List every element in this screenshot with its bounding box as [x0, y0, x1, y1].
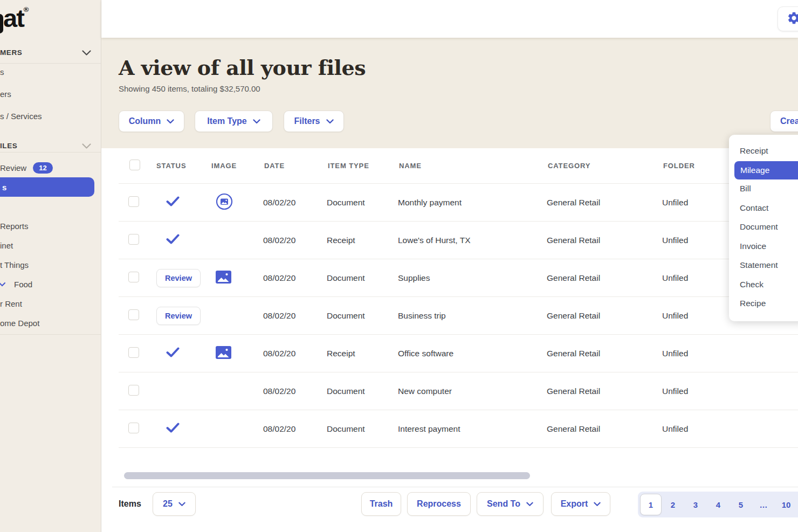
files-table: STATUS IMAGE DATE ITEM TYPE NAME CATEGOR… — [119, 148, 798, 448]
image-preview-circle-icon[interactable] — [216, 193, 233, 210]
sidebar-item[interactable]: Review12 — [0, 158, 101, 177]
sidebar-item[interactable]: t Things — [0, 255, 101, 274]
pagination-page[interactable]: 4 — [707, 500, 730, 509]
pagination-page[interactable]: 5 — [730, 500, 752, 509]
check-icon — [166, 423, 180, 433]
pagination-page[interactable]: 3 — [684, 500, 707, 509]
row-checkbox[interactable] — [128, 309, 139, 320]
dropdown-item[interactable]: Invoice — [729, 237, 798, 256]
check-icon — [166, 234, 180, 244]
sidebar-section-customers[interactable]: MERS — [0, 46, 101, 58]
page-subtitle: Showing 450 items, totaling $32,570.00 — [119, 84, 260, 93]
button-label: Column — [129, 116, 161, 126]
page-title: A view of all your files — [119, 56, 366, 80]
sidebar-item[interactable]: ers — [0, 83, 101, 105]
table-row[interactable]: Review 08/02/20 Receipt Office software … — [119, 335, 798, 372]
sidebar-item-selected[interactable]: s — [0, 177, 94, 197]
pagination-page[interactable]: 10 — [775, 500, 797, 509]
export-dropdown-button[interactable]: Export — [551, 492, 610, 516]
trash-button[interactable]: Trash — [361, 492, 401, 516]
sidebar-item[interactable]: Food — [0, 274, 101, 294]
per-page-value: 25 — [163, 499, 173, 509]
sidebar-section-files[interactable]: ILES — [0, 140, 101, 151]
sidebar-item[interactable]: ome Depot — [0, 313, 101, 333]
sidebar-item[interactable]: r Rent — [0, 294, 101, 313]
row-checkbox[interactable] — [128, 423, 139, 433]
column-header-item-type[interactable]: ITEM TYPE — [327, 162, 398, 170]
row-checkbox[interactable] — [128, 347, 139, 358]
review-button[interactable]: Review — [156, 269, 201, 287]
button-label: Filters — [294, 116, 320, 126]
topbar — [101, 0, 798, 38]
pagination-page[interactable]: 1 — [640, 494, 662, 515]
dropdown-item[interactable]: Recipe — [729, 294, 798, 314]
horizontal-scrollbar[interactable] — [124, 472, 530, 479]
sidebar-item-label: r Rent — [0, 299, 22, 308]
section-header-label: MERS — [0, 49, 22, 57]
row-name: Monthly payment — [398, 198, 547, 208]
row-checkbox[interactable] — [128, 196, 139, 207]
per-page-dropdown[interactable]: 25 — [153, 492, 196, 516]
chevron-down-icon — [594, 499, 601, 509]
dropdown-item[interactable]: Mileage — [734, 161, 798, 179]
sidebar-item[interactable]: s — [0, 61, 101, 83]
sidebar-item-label: s — [2, 183, 6, 192]
chevron-down-icon — [167, 116, 174, 126]
dropdown-item[interactable]: Bill — [729, 179, 798, 199]
table-header-row: STATUS IMAGE DATE ITEM TYPE NAME CATEGOR… — [119, 148, 798, 184]
column-dropdown-button[interactable]: Column — [119, 110, 184, 132]
column-header-name[interactable]: NAME — [398, 162, 547, 170]
image-preview-icon[interactable] — [216, 346, 231, 359]
column-header-category[interactable]: CATEGORY — [547, 162, 662, 170]
dropdown-item[interactable]: Statement — [729, 256, 798, 275]
table-row[interactable]: Review 08/02/20 Document Monthly payment… — [119, 184, 798, 222]
sidebar-item-label: inet — [0, 241, 13, 250]
sidebar-item[interactable]: inet — [0, 236, 101, 255]
column-header-status[interactable]: STATUS — [155, 162, 209, 170]
sidebar-item[interactable]: s / Services — [0, 105, 101, 127]
table-row[interactable]: Review 08/02/20 Document Interest paymen… — [119, 410, 798, 448]
row-category: General Retail — [547, 273, 662, 283]
row-item-type: Document — [327, 424, 398, 434]
select-all-checkbox[interactable] — [129, 160, 140, 170]
check-icon — [166, 196, 180, 206]
table-body: Review 08/02/20 Document Monthly payment… — [119, 184, 798, 448]
column-header-date[interactable]: DATE — [263, 162, 327, 170]
main-content: A view of all your files Showing 450 ite… — [101, 38, 798, 532]
item-type-dropdown-button[interactable]: Item Type — [195, 110, 273, 132]
create-button[interactable]: Create — [770, 110, 798, 132]
row-date: 08/02/20 — [263, 349, 327, 358]
pagination-page[interactable]: 2 — [662, 500, 684, 509]
row-folder: Unfiled — [662, 349, 798, 358]
table-row[interactable]: Review 08/02/20 Document Supplies Genera… — [119, 259, 798, 297]
filters-dropdown-button[interactable]: Filters — [284, 110, 344, 132]
sidebar-item-label: ome Depot — [0, 319, 39, 328]
dropdown-item[interactable]: Receipt — [729, 141, 798, 161]
row-item-type: Receipt — [327, 236, 398, 245]
send-to-dropdown-button[interactable]: Send To — [477, 492, 544, 516]
row-checkbox[interactable] — [128, 272, 139, 282]
row-date: 08/02/20 — [263, 236, 327, 245]
row-name: Business trip — [398, 311, 547, 321]
dropdown-item[interactable]: Contact — [729, 198, 798, 218]
review-button[interactable]: Review — [156, 307, 201, 325]
dropdown-item[interactable]: Document — [729, 218, 798, 237]
reprocess-button[interactable]: Reprocess — [407, 492, 471, 516]
table-row[interactable]: Review 08/02/20 Receipt Lowe's of Hurst,… — [119, 222, 798, 259]
row-date: 08/02/20 — [263, 386, 327, 396]
settings-button[interactable] — [778, 6, 798, 31]
image-preview-icon[interactable] — [216, 271, 231, 284]
table-row[interactable]: Review 08/02/20 Document Business trip G… — [119, 297, 798, 335]
sidebar-item[interactable]: Reports — [0, 216, 101, 236]
chevron-down-icon — [326, 116, 334, 126]
row-checkbox[interactable] — [128, 385, 139, 396]
dropdown-item[interactable]: Check — [729, 275, 798, 294]
row-name: New computer — [398, 386, 547, 396]
chevron-fragment-icon — [0, 281, 5, 287]
check-icon — [166, 347, 180, 357]
row-item-type: Document — [327, 311, 398, 321]
row-item-type: Receipt — [327, 349, 398, 358]
row-checkbox[interactable] — [128, 234, 139, 245]
table-row[interactable]: Review 08/02/20 Document New computer Ge… — [119, 372, 798, 410]
column-header-image[interactable]: IMAGE — [209, 162, 263, 170]
